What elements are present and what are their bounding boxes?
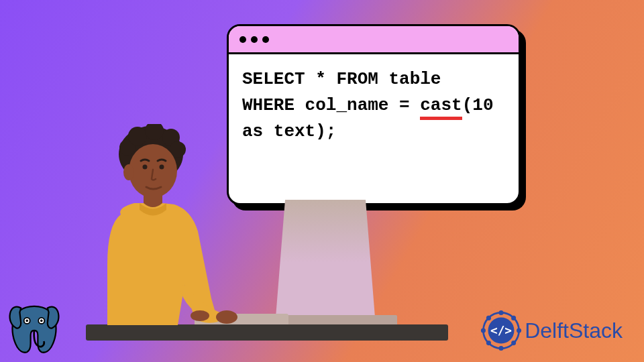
svg-point-18 [499, 310, 504, 315]
svg-point-11 [216, 310, 237, 324]
underlined-keyword: cast [420, 93, 462, 119]
svg-point-16 [40, 320, 43, 322]
svg-point-9 [160, 165, 164, 170]
svg-text:</>: </> [490, 324, 512, 337]
svg-point-7 [123, 164, 134, 180]
delftstack-emblem: </> [480, 310, 522, 351]
person-illustration [80, 124, 268, 339]
delftstack-text: DelftStack [525, 318, 623, 343]
svg-point-24 [481, 328, 486, 333]
svg-point-2 [128, 127, 147, 145]
code-line-2: WHERE col_name = cast(10 [242, 93, 505, 119]
code-window: SELECT * FROM table WHERE col_name = cas… [227, 24, 521, 205]
svg-point-25 [486, 316, 491, 320]
svg-point-12 [191, 310, 209, 321]
svg-point-14 [25, 320, 28, 322]
traffic-light-dot [251, 36, 258, 43]
svg-point-20 [517, 328, 521, 333]
svg-point-19 [511, 316, 516, 320]
svg-point-23 [486, 341, 491, 345]
code-line-1: SELECT * FROM table [242, 66, 505, 93]
code-line-3: as text); [242, 119, 505, 145]
traffic-light-dot [239, 36, 246, 43]
svg-point-22 [499, 346, 504, 351]
traffic-light-dot [262, 36, 269, 43]
monitor-stand [275, 200, 376, 326]
svg-point-8 [143, 165, 148, 170]
code-window-body: SELECT * FROM table WHERE col_name = cas… [227, 24, 521, 205]
delftstack-logo: </> DelftStack [480, 310, 623, 351]
postgresql-logo [4, 299, 64, 359]
window-titlebar [229, 26, 519, 54]
svg-point-21 [511, 341, 516, 345]
code-content: SELECT * FROM table WHERE col_name = cas… [229, 54, 519, 157]
